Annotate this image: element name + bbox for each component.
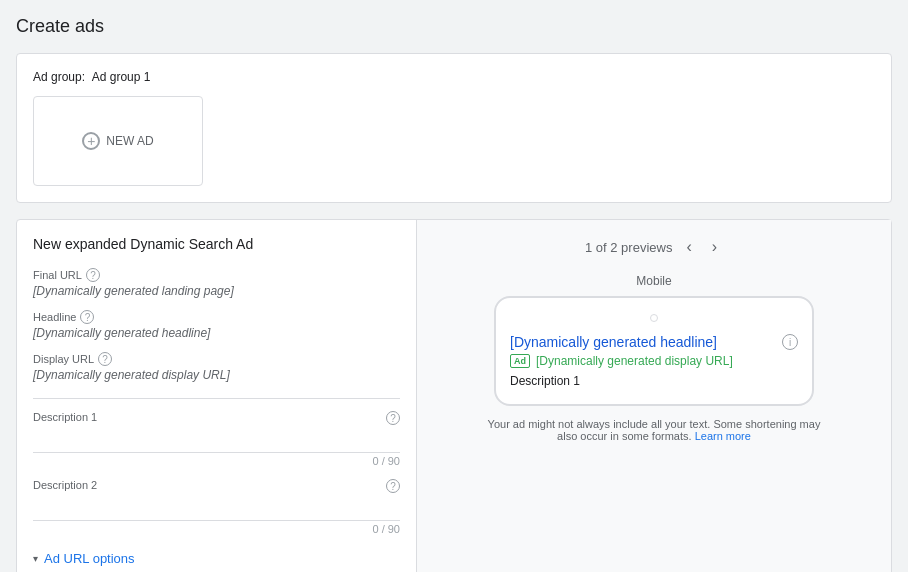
description2-field: Description 2 ? 0 / 90: [33, 479, 400, 535]
description2-label: Description 2: [33, 479, 97, 491]
left-panel: New expanded Dynamic Search Ad Final URL…: [17, 220, 417, 572]
ad-editor-section: New expanded Dynamic Search Ad Final URL…: [16, 219, 892, 572]
chevron-down-icon: ▾: [33, 553, 38, 564]
final-url-help-icon[interactable]: ?: [86, 268, 100, 282]
ad-group-label-text: Ad group:: [33, 70, 85, 84]
ad-group-name: Ad group 1: [92, 70, 151, 84]
divider: [33, 398, 400, 399]
description1-field: Description 1 ? 0 / 90: [33, 411, 400, 467]
ad-display-url: [Dynamically generated display URL]: [536, 354, 733, 368]
new-ad-button[interactable]: + NEW AD: [33, 96, 203, 186]
ad-badge-row: Ad [Dynamically generated display URL]: [510, 354, 798, 368]
final-url-value: [Dynamically generated landing page]: [33, 284, 400, 298]
preview-header: 1 of 2 previews ‹ ›: [433, 236, 875, 258]
page-title: Create ads: [16, 16, 892, 37]
ad-group-card: Ad group: Ad group 1 + NEW AD: [16, 53, 892, 203]
ad-info-icon[interactable]: i: [782, 334, 798, 350]
phone-camera-dot: [650, 314, 658, 322]
description2-char-count: 0 / 90: [33, 523, 400, 535]
display-url-value: [Dynamically generated display URL]: [33, 368, 400, 382]
right-panel: 1 of 2 previews ‹ › Mobile [Dynamically …: [417, 220, 891, 572]
ad-url-options-toggle[interactable]: ▾ Ad URL options: [33, 551, 400, 566]
headline-label: Headline ?: [33, 310, 400, 324]
preview-counter: 1 of 2 previews: [585, 240, 672, 255]
description1-char-count: 0 / 90: [33, 455, 400, 467]
mobile-label: Mobile: [433, 274, 875, 288]
headline-value: [Dynamically generated headline]: [33, 326, 400, 340]
display-url-help-icon[interactable]: ?: [98, 352, 112, 366]
display-url-label: Display URL ?: [33, 352, 400, 366]
final-url-label: Final URL ?: [33, 268, 400, 282]
learn-more-link[interactable]: Learn more: [695, 430, 751, 442]
display-url-group: Display URL ? [Dynamically generated dis…: [33, 352, 400, 382]
plus-circle-icon: +: [82, 132, 100, 150]
description2-input[interactable]: [33, 497, 400, 521]
description1-input[interactable]: [33, 429, 400, 453]
new-ad-label: NEW AD: [106, 134, 153, 148]
description2-help-icon[interactable]: ?: [386, 479, 400, 493]
ad-type-title: New expanded Dynamic Search Ad: [33, 236, 400, 252]
final-url-group: Final URL ? [Dynamically generated landi…: [33, 268, 400, 298]
ad-group-label: Ad group: Ad group 1: [33, 70, 875, 84]
ad-headline: [Dynamically generated headline] i: [510, 334, 798, 350]
description1-label-row: Description 1 ?: [33, 411, 400, 425]
disclaimer-text: Your ad might not always include all you…: [484, 418, 824, 442]
phone-mockup: [Dynamically generated headline] i Ad [D…: [494, 296, 814, 406]
description1-help-icon[interactable]: ?: [386, 411, 400, 425]
ad-badge: Ad: [510, 354, 530, 368]
preview-prev-button[interactable]: ‹: [680, 236, 697, 258]
headline-help-icon[interactable]: ?: [80, 310, 94, 324]
headline-group: Headline ? [Dynamically generated headli…: [33, 310, 400, 340]
description2-label-row: Description 2 ?: [33, 479, 400, 493]
ad-url-options-label: Ad URL options: [44, 551, 135, 566]
preview-next-button[interactable]: ›: [706, 236, 723, 258]
description1-label: Description 1: [33, 411, 97, 423]
ad-description: Description 1: [510, 374, 798, 388]
ad-headline-text: [Dynamically generated headline]: [510, 334, 717, 350]
